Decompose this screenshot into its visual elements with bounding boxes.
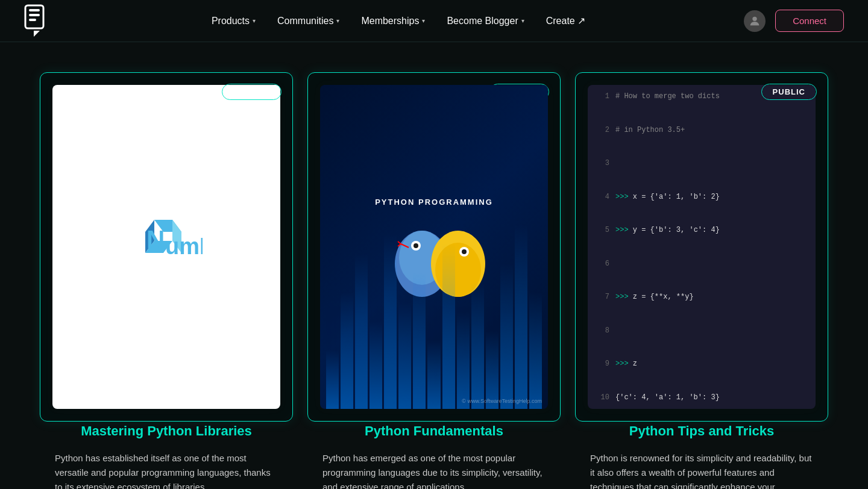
code-line-10: 10 {'c': 4, 'a': 1, 'b': 3} xyxy=(596,393,807,402)
code-line-7: 7 >>> z = {**x, **y} xyxy=(596,293,807,301)
code-line-6: 6 xyxy=(596,260,807,268)
code-line-9: 9 >>> z xyxy=(596,360,807,368)
status-badge: PRIVATE xyxy=(222,84,281,100)
svg-rect-2 xyxy=(29,14,40,16)
navigation: Products ▾ Communities ▾ Memberships ▾ B… xyxy=(0,0,868,42)
status-badge: PUBLIC xyxy=(761,84,817,100)
chevron-down-icon: ▾ xyxy=(253,17,256,24)
svg-text:N: N xyxy=(146,225,165,254)
card-title: Python Tips and Tricks xyxy=(588,419,816,441)
nav-become-blogger[interactable]: Become Blogger ▾ xyxy=(438,11,532,31)
code-line-3: 3 xyxy=(596,159,807,167)
card-image-code: 1 # How to merge two dicts 2 # in Python… xyxy=(588,85,816,409)
card-title: Mastering Python Libraries xyxy=(52,419,280,441)
logo[interactable] xyxy=(24,4,53,38)
nav-memberships[interactable]: Memberships ▾ xyxy=(353,11,433,31)
nav-communities[interactable]: Communities ▾ xyxy=(269,11,348,31)
nav-create[interactable]: Create ↗ xyxy=(538,10,594,31)
card-description: Python has established itself as one of … xyxy=(52,451,280,489)
nav-actions: Connect xyxy=(744,10,844,32)
svg-rect-0 xyxy=(25,5,43,28)
chevron-down-icon: ▾ xyxy=(422,17,425,24)
svg-text:umPy: umPy xyxy=(165,234,203,259)
card-description: Python has emerged as one of the most po… xyxy=(320,451,548,489)
nav-products[interactable]: Products ▾ xyxy=(203,11,264,31)
card-python-fundamentals[interactable]: PRIVATE PYTHON PROGRAMMING xyxy=(307,72,561,422)
card-description: Python is renowned for its simplicity an… xyxy=(588,451,816,489)
svg-rect-1 xyxy=(29,9,40,11)
card-grid: PRIVATE N xyxy=(0,42,868,452)
chevron-down-icon: ▾ xyxy=(521,17,524,24)
code-line-5: 5 >>> y = {'b': 3, 'c': 4} xyxy=(596,226,807,234)
svg-point-4 xyxy=(752,16,756,20)
card-title: Python Fundamentals xyxy=(320,419,548,441)
card-python-tips[interactable]: PUBLIC 1 # How to merge two dicts 2 # in… xyxy=(575,72,828,422)
code-line-2: 2 # in Python 3.5+ xyxy=(596,126,807,134)
code-line-4: 4 >>> x = {'a': 1, 'b': 2} xyxy=(596,193,807,201)
chevron-down-icon: ▾ xyxy=(336,17,339,24)
nav-links: Products ▾ Communities ▾ Memberships ▾ B… xyxy=(53,10,744,31)
card-image-python-prog: PYTHON PROGRAMMING xyxy=(320,85,548,409)
avatar[interactable] xyxy=(744,10,766,32)
card-image-numpy: N umPy xyxy=(52,85,280,409)
card-mastering-python[interactable]: PRIVATE N xyxy=(40,72,293,422)
connect-button[interactable]: Connect xyxy=(775,10,844,32)
code-line-8: 8 xyxy=(596,326,807,335)
svg-rect-3 xyxy=(29,19,36,21)
